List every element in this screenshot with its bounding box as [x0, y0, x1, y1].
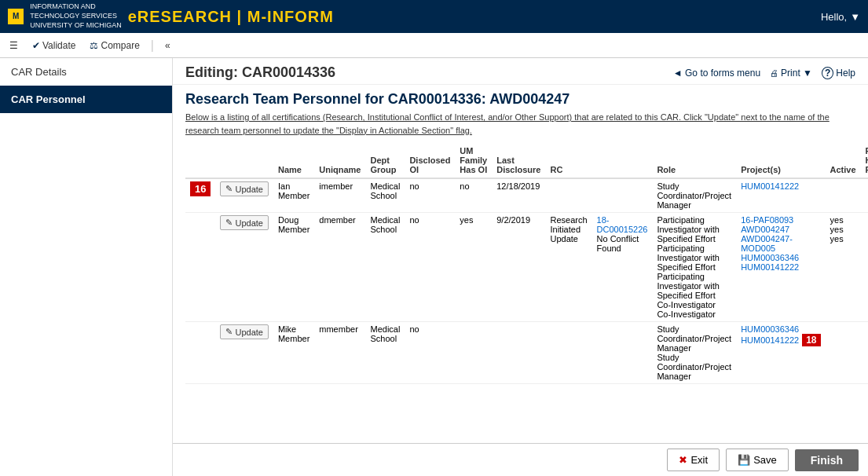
uniqname-cell: mmember — [314, 322, 365, 384]
last-disclosure-cell: 12/18/2019 — [492, 178, 545, 213]
top-header: M INFORMATION AND TECHNOLOGY SERVICES UN… — [0, 0, 868, 33]
col-rownum — [185, 143, 215, 178]
header-left: M INFORMATION AND TECHNOLOGY SERVICES UN… — [8, 2, 334, 30]
row-num-cell — [185, 322, 215, 384]
col-projects: Project(s) — [736, 143, 825, 178]
last-disclosure-cell: 9/2/2019 — [492, 213, 545, 322]
personnel-table-container: Name Uniqname DeptGroup Disclosed OI UM … — [173, 143, 868, 443]
um-family-cell: yes — [455, 213, 492, 322]
edit-icon — [225, 218, 233, 228]
last-disclosure-cell — [492, 322, 545, 384]
um-family-cell: no — [455, 178, 492, 213]
save-button[interactable]: 💾 Save — [726, 449, 789, 471]
validate-button[interactable]: ✔ Validate — [29, 38, 79, 53]
edit-icon — [225, 184, 233, 194]
um-logo: M — [8, 9, 24, 24]
update-button-ian[interactable]: Update — [220, 181, 268, 196]
header-user[interactable]: Hello, ▼ — [821, 11, 860, 23]
project-cell: HUM00036346 HUM00141222 18 — [736, 322, 825, 384]
col-dept: DeptGroup — [365, 143, 405, 178]
table-row: Update Mike Member mmember Medical Schoo… — [185, 322, 868, 384]
personnel-table: Name Uniqname DeptGroup Disclosed OI UM … — [185, 143, 868, 384]
finish-button[interactable]: Finish — [795, 449, 859, 471]
its-text: INFORMATION AND TECHNOLOGY SERVICES UNIV… — [30, 2, 121, 30]
active-cell — [826, 322, 861, 384]
um-family-cell — [455, 322, 492, 384]
pm-has-for-cell — [861, 178, 868, 213]
col-update — [215, 143, 273, 178]
row-num-cell — [185, 213, 215, 322]
bottom-bar: ✖ Exit 💾 Save Finish — [173, 443, 868, 476]
exit-icon: ✖ — [679, 454, 687, 466]
active-cell: yes yes yes — [826, 213, 861, 322]
content-header: Editing: CAR00014336 ◄ Go to forms menu … — [173, 58, 868, 85]
menu-button[interactable]: ☰ — [6, 38, 21, 53]
pm-has-for-cell — [861, 322, 868, 384]
row-number-16: 16 — [190, 181, 211, 196]
toolbar: ☰ ✔ Validate ⚖ Compare | « — [0, 33, 868, 58]
dept-cell: Medical School — [365, 178, 405, 213]
collapse-button[interactable]: « — [162, 38, 174, 53]
uniqname-cell: imember — [314, 178, 365, 213]
edit-icon — [225, 327, 233, 337]
project-link-paf[interactable]: 16-PAF08093 — [741, 215, 793, 225]
update-button-doug[interactable]: Update — [220, 215, 268, 230]
sidebar-item-car-details[interactable]: CAR Details — [0, 58, 172, 86]
col-role: Role — [652, 143, 736, 178]
goto-forms-link[interactable]: ◄ Go to forms menu — [673, 68, 760, 79]
help-button[interactable]: Help — [822, 68, 855, 79]
col-name: Name — [273, 143, 314, 178]
rc2-cell — [592, 178, 653, 213]
disclosed-oi-cell: no — [405, 178, 455, 213]
disclosed-oi-cell: no — [405, 213, 455, 322]
col-rc: RC — [545, 143, 591, 178]
col-last-disclosure: Last Disclosure — [492, 143, 545, 178]
rc-link[interactable]: 18-DC00015226 — [597, 215, 648, 234]
col-um-family: UM Family Has OI — [455, 143, 492, 178]
col-disclosed-oi: Disclosed OI — [405, 143, 455, 178]
disclosed-oi-cell: no — [405, 322, 455, 384]
col-uniqname: Uniqname — [314, 143, 365, 178]
role-cell: Participating Investigator with Specifie… — [652, 213, 736, 322]
table-row: 16 Update Ian Member imember Medical Sch… — [185, 178, 868, 213]
rc-cell — [545, 178, 591, 213]
update-button-mike[interactable]: Update — [220, 324, 268, 339]
name-cell: Mike Member — [273, 322, 314, 384]
sidebar-item-car-personnel[interactable]: CAR Personnel — [0, 86, 172, 113]
print-button[interactable]: Print ▼ — [770, 68, 812, 79]
project-link-awd[interactable]: AWD004247 — [741, 225, 789, 234]
active-cell — [826, 178, 861, 213]
role-cell: Study Coordinator/Project Manager Study … — [652, 322, 736, 384]
content-area: Editing: CAR00014336 ◄ Go to forms menu … — [173, 58, 868, 476]
project-link[interactable]: HUM00141222 — [741, 181, 799, 191]
col-active: Active — [826, 143, 861, 178]
section-title: Research Team Personnel for CAR00014336:… — [173, 85, 868, 111]
project-cell: 16-PAF08093 AWD004247 AWD004247-MOD005 H… — [736, 213, 825, 322]
pm-has-for-cell — [861, 213, 868, 322]
col-rc2 — [592, 143, 653, 178]
project-link-hum036b[interactable]: HUM00036346 — [741, 324, 799, 334]
exit-button[interactable]: ✖ Exit — [667, 449, 720, 471]
col-pm-has-for: PM Has For — [861, 143, 868, 178]
eresearch-title: eRESEARCH | M-INFORM — [128, 8, 334, 26]
main-layout: CAR Details CAR Personnel Editing: CAR00… — [0, 58, 868, 476]
name-cell: Ian Member — [273, 178, 314, 213]
editing-title: Editing: CAR00014336 — [185, 64, 335, 81]
update-cell: Update — [215, 322, 273, 384]
update-cell: Update — [215, 178, 273, 213]
project-cell: HUM00141222 — [736, 178, 825, 213]
rc2-cell: 18-DC00015226 No Conflict Found — [592, 213, 653, 322]
section-description: Below is a listing of all certifications… — [173, 111, 868, 143]
project-link-hum036[interactable]: HUM00036346 — [741, 253, 799, 262]
question-icon — [822, 68, 833, 79]
project-link-awd-mod[interactable]: AWD004247-MOD005 — [741, 234, 793, 253]
compare-button[interactable]: ⚖ Compare — [86, 38, 142, 53]
row-number-18: 18 — [802, 334, 820, 346]
save-icon: 💾 — [738, 454, 750, 466]
update-cell: Update — [215, 213, 273, 322]
project-link-hum141b[interactable]: HUM00141222 — [741, 335, 799, 345]
table-row: Update Doug Member dmember Medical Schoo… — [185, 213, 868, 322]
header-actions: ◄ Go to forms menu Print ▼ Help — [673, 68, 855, 79]
dept-cell: Medical School — [365, 213, 405, 322]
project-link-hum141[interactable]: HUM00141222 — [741, 262, 799, 272]
